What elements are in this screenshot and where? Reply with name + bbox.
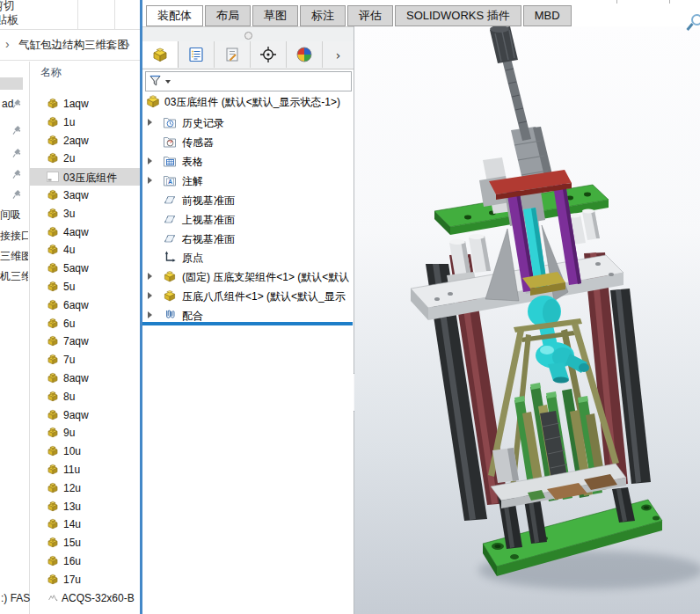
nav-folder-item[interactable]: 间吸 xyxy=(0,208,28,222)
ribbon-expand-handle[interactable] xyxy=(244,32,252,40)
tree-root-item[interactable]: 03压底组件 (默认<默认_显示状态-1>) xyxy=(142,91,354,111)
column-header-name[interactable]: 名称 xyxy=(40,65,62,80)
nav-folder-item[interactable]: 三维图 xyxy=(0,249,28,263)
tab-mbd[interactable]: MBD xyxy=(523,5,572,26)
breadcrumb[interactable]: › 气缸包边结构三维套图 › xyxy=(0,35,142,56)
breadcrumb-arrow-icon[interactable]: › xyxy=(5,37,10,51)
frame-tick xyxy=(616,0,617,4)
file-row[interactable]: 15u xyxy=(30,534,141,552)
file-row[interactable]: 12u xyxy=(30,479,141,497)
file-row[interactable]: 11u xyxy=(30,461,141,479)
nav-selected-highlight xyxy=(0,77,23,90)
file-row[interactable]: 8u xyxy=(30,388,141,406)
file-row[interactable]: 6aqw xyxy=(30,296,141,314)
tab-layout[interactable]: 布局 xyxy=(205,5,251,26)
file-row[interactable]: 13u xyxy=(30,498,141,515)
panel-tabs-overflow-chevron[interactable]: › xyxy=(323,41,354,69)
part-file-icon xyxy=(46,390,60,404)
tab-assembly[interactable]: 装配体 xyxy=(146,5,203,26)
tree-item-history[interactable]: 历史记录 xyxy=(142,113,354,132)
nav-pinned-item[interactable]: ad xyxy=(0,97,29,111)
file-row[interactable]: 7u xyxy=(30,351,141,369)
part-file-icon xyxy=(46,408,60,422)
file-row[interactable]: 2aqw xyxy=(30,132,141,150)
expand-arrow-icon[interactable] xyxy=(148,119,152,126)
file-row[interactable]: 5u xyxy=(30,278,141,296)
file-row[interactable]: 5aqw xyxy=(30,259,141,277)
tree-item-tables[interactable]: 表格 xyxy=(142,151,354,171)
file-row[interactable]: 1aqw xyxy=(30,95,141,113)
tab-evaluate[interactable]: 评估 xyxy=(347,5,393,26)
part-knurled-knob[interactable] xyxy=(490,26,518,63)
tree-item-support-subassembly[interactable]: (固定) 压底支架组件<1> (默认<默认 xyxy=(142,267,354,286)
tab-sketch[interactable]: 草图 xyxy=(252,5,298,26)
feature-manager-panel: › 03压底组件 (默认<默认_显示状态-1>) 历史记录 传感器 表格 xyxy=(142,41,354,614)
file-row[interactable]: 9u xyxy=(30,424,141,442)
ribbon-fragment-clipboard: 贴板 xyxy=(0,12,18,28)
tree-item-right-plane[interactable]: 右视基准面 xyxy=(142,229,354,248)
filter-dropdown-caret-icon[interactable] xyxy=(165,80,171,84)
expand-arrow-icon[interactable] xyxy=(148,292,152,299)
file-row[interactable]: 8aqw xyxy=(30,369,141,387)
assembly-icon xyxy=(145,93,161,109)
breadcrumb-border xyxy=(0,60,142,61)
expand-arrow-icon[interactable] xyxy=(148,177,152,184)
status-bar-fragment: :) FAS xyxy=(1,592,30,604)
filter-funnel-icon[interactable] xyxy=(149,74,163,88)
file-row[interactable]: 1u xyxy=(30,113,141,131)
nav-pinned-item[interactable] xyxy=(0,187,29,201)
tree-item-sensors[interactable]: 传感器 xyxy=(142,132,354,151)
file-row[interactable]: 10u xyxy=(30,442,141,460)
part-file-icon xyxy=(46,115,60,129)
display-manager-tab[interactable] xyxy=(287,41,323,68)
file-row[interactable]: 9aqw xyxy=(30,406,141,424)
configuration-manager-tab[interactable] xyxy=(215,41,251,68)
breadcrumb-arrow-icon[interactable]: › xyxy=(126,37,130,51)
expand-arrow-icon[interactable] xyxy=(148,273,152,280)
nav-pinned-item[interactable] xyxy=(0,123,29,137)
tree-item-origin[interactable]: 原点 xyxy=(142,247,354,267)
file-row[interactable]: 14u xyxy=(30,515,141,533)
tab-annotate[interactable]: 标注 xyxy=(300,5,346,26)
rollback-bar[interactable] xyxy=(142,322,353,325)
file-row[interactable]: 4u xyxy=(30,241,141,259)
tree-item-top-plane[interactable]: 上视基准面 xyxy=(142,209,354,229)
dimxpert-manager-tab[interactable] xyxy=(251,41,287,68)
part-file-icon xyxy=(46,353,60,367)
graphics-area[interactable] xyxy=(354,26,700,614)
file-row-selected[interactable]: 03压底组件 xyxy=(30,168,141,186)
nav-folder-item[interactable]: 接接口 xyxy=(0,229,28,243)
tree-filter-box[interactable] xyxy=(145,71,352,91)
expand-arrow-icon[interactable] xyxy=(148,157,152,164)
nav-pinned-item[interactable] xyxy=(0,167,29,181)
tree-item-claw-subassembly[interactable]: 压底八爪组件<1> (默认<默认_显示 xyxy=(142,286,354,305)
file-row[interactable]: ACQS-32x60-B xyxy=(30,589,141,607)
part-file-icon xyxy=(46,188,60,202)
property-manager-tab[interactable] xyxy=(179,41,215,68)
file-row[interactable]: 3aqw xyxy=(30,186,141,204)
ribbon-bottom-border xyxy=(0,29,142,30)
file-row[interactable]: 3u xyxy=(30,205,141,223)
file-row[interactable]: 2u xyxy=(30,150,141,167)
tree-item-front-plane[interactable]: 前视基准面 xyxy=(142,190,354,209)
history-folder-icon xyxy=(163,115,177,129)
file-row[interactable]: 16u xyxy=(30,552,141,570)
tab-addins[interactable]: SOLIDWORKS 插件 xyxy=(395,5,521,26)
feature-tree-tab[interactable] xyxy=(142,41,179,68)
file-row[interactable]: 6u xyxy=(30,315,141,333)
nav-folder-item[interactable]: 机三维 xyxy=(0,269,28,283)
pin-icon xyxy=(12,125,23,135)
file-row[interactable]: 7aqw xyxy=(30,333,141,350)
part-file-icon xyxy=(46,371,60,385)
file-row[interactable]: 4aqw xyxy=(30,223,141,241)
tree-item-annotations[interactable]: 注解 xyxy=(142,171,354,190)
part-file-icon xyxy=(46,243,60,257)
command-manager-tabs: 装配体 布局 草图 标注 评估 SOLIDWORKS 插件 MBD xyxy=(146,5,572,26)
part-threaded-rod[interactable] xyxy=(502,58,531,141)
nav-pinned-item[interactable] xyxy=(0,146,29,160)
expand-arrow-icon[interactable] xyxy=(148,311,152,318)
ribbon-divider xyxy=(114,0,115,29)
file-row[interactable]: 17u xyxy=(30,571,141,588)
breadcrumb-path[interactable]: 气缸包边结构三维套图 xyxy=(18,38,128,53)
3d-model[interactable] xyxy=(354,26,700,614)
